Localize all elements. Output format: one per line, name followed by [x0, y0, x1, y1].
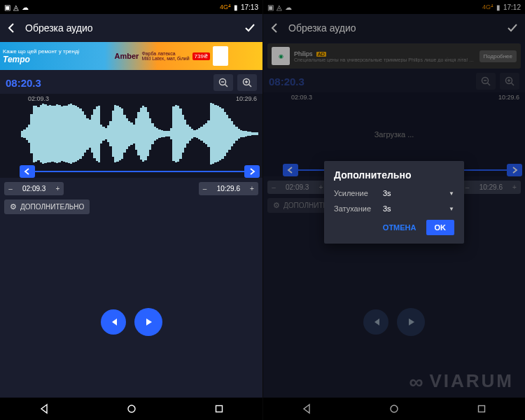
svg-line-1	[225, 85, 228, 88]
wave-end-label: 10:29.6	[236, 95, 257, 102]
start-time-value[interactable]: 02:09.3	[17, 182, 51, 195]
android-navbar	[0, 398, 262, 420]
playback-controls	[0, 308, 262, 336]
advanced-dialog: Дополнительно Усиление 3s ▼ Затухание 3s…	[324, 161, 464, 244]
status-right: 4G⁴ ▮ 17:13	[220, 4, 258, 11]
trim-handle-start[interactable]	[20, 165, 35, 178]
clock: 17:13	[241, 4, 258, 11]
back-button[interactable]	[6, 22, 18, 34]
ad-brand: Tempo	[3, 55, 115, 64]
status-icon: ☁	[22, 4, 29, 11]
end-time-chip: – 10:29.6 +	[199, 182, 258, 195]
time-row: 08:20.3	[0, 71, 262, 94]
watermark: ∞VIARUM	[409, 370, 514, 392]
selection-rail	[21, 171, 260, 172]
svg-point-7	[128, 405, 135, 412]
cancel-button[interactable]: ОТМЕНА	[380, 220, 419, 234]
status-icon: ◬	[13, 4, 19, 11]
start-minus-button[interactable]: –	[4, 185, 17, 192]
nav-home-button[interactable]	[124, 401, 139, 416]
pane-right: ▣ ◬ ☁ 4G⁴ ▮ 17:12 Обрезка аудио ◉	[262, 0, 525, 420]
zoom-in-button[interactable]	[237, 74, 257, 91]
gain-select[interactable]: 3s ▼	[383, 189, 454, 197]
status-bar: ▣ ◬ ☁ 4G⁴ ▮ 17:13	[0, 0, 262, 14]
trim-handle-end[interactable]	[244, 165, 260, 178]
advanced-label: ДОПОЛНИТЕЛЬНО	[20, 203, 84, 211]
pane-left: ▣ ◬ ☁ 4G⁴ ▮ 17:13 Обрезка аудио Kaже що …	[0, 0, 262, 420]
nav-recents-button[interactable]	[211, 401, 227, 416]
chevron-down-icon: ▼	[449, 206, 454, 212]
nav-back-button[interactable]	[36, 401, 52, 416]
wave-start-label: 02:09.3	[28, 95, 49, 102]
time-chips-row: – 02:09.3 + – 10:29.6 +	[0, 178, 262, 200]
svg-rect-8	[216, 406, 222, 412]
ad-banner[interactable]: Kaже що цей ремонт у тренді Tempo Amber …	[0, 42, 262, 70]
start-plus-button[interactable]: +	[51, 185, 64, 192]
zoom-out-button[interactable]	[214, 74, 233, 91]
end-plus-button[interactable]: +	[246, 185, 258, 192]
total-duration: 08:20.3	[6, 77, 209, 89]
end-time-value[interactable]: 10:29.6	[211, 182, 246, 195]
ok-button[interactable]: OK	[426, 220, 455, 235]
gear-icon: ⚙	[10, 202, 17, 211]
prev-button[interactable]	[101, 309, 126, 335]
dialog-overlay[interactable]: Дополнительно Усиление 3s ▼ Затухание 3s…	[263, 0, 525, 420]
advanced-row: ⚙ ДОПОЛНИТЕЛЬНО	[0, 200, 262, 217]
app-bar: Обрезка аудио	[0, 14, 262, 42]
chevron-down-icon: ▼	[449, 190, 454, 197]
ad-text: Kaже що цей ремонт у тренді	[3, 48, 115, 55]
svg-line-4	[249, 85, 252, 88]
fade-row: Затухание 3s ▼	[334, 204, 454, 213]
fade-label: Затухание	[334, 204, 376, 213]
fade-select[interactable]: 3s ▼	[383, 204, 454, 213]
page-title: Обрезка аудио	[25, 22, 236, 34]
play-button[interactable]	[134, 308, 162, 336]
gain-value: 3s	[383, 189, 391, 197]
battery-icon: ▮	[234, 4, 238, 11]
gain-row: Усиление 3s ▼	[334, 189, 454, 197]
gain-label: Усиление	[334, 189, 376, 197]
waveform[interactable]	[21, 102, 259, 165]
ad-price: 739₴	[192, 52, 210, 60]
waveform-area[interactable]: 02:09.3 10:29.6	[0, 94, 262, 178]
status-left: ▣ ◬ ☁	[4, 4, 29, 11]
signal-icon: 4G⁴	[220, 4, 231, 10]
advanced-button[interactable]: ⚙ ДОПОЛНИТЕЛЬНО	[4, 200, 90, 214]
start-time-chip: – 02:09.3 +	[4, 182, 64, 195]
infinity-icon: ∞	[409, 371, 425, 393]
dialog-actions: ОТМЕНА OK	[334, 220, 454, 235]
end-minus-button[interactable]: –	[199, 185, 211, 192]
fade-value: 3s	[383, 204, 391, 213]
status-icon: ▣	[4, 4, 10, 11]
dialog-title: Дополнительно	[334, 169, 454, 181]
confirm-button[interactable]	[243, 21, 257, 35]
